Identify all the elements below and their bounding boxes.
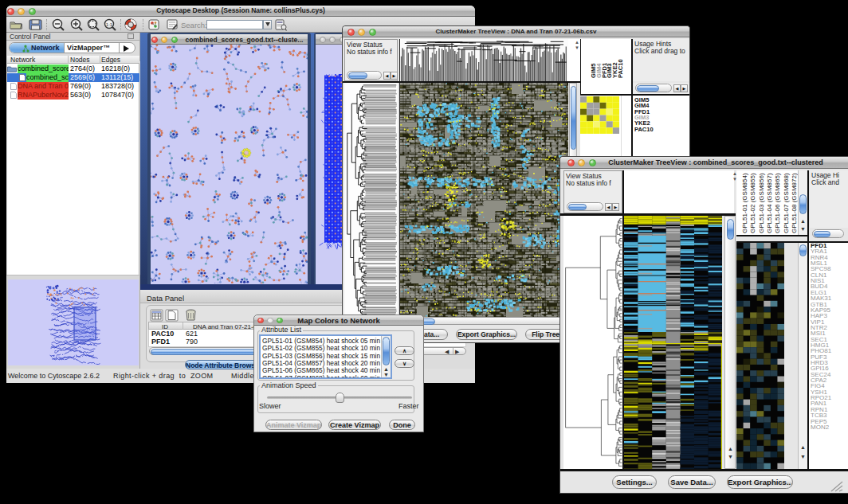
svg-text:1:1: 1:1 bbox=[106, 22, 113, 27]
